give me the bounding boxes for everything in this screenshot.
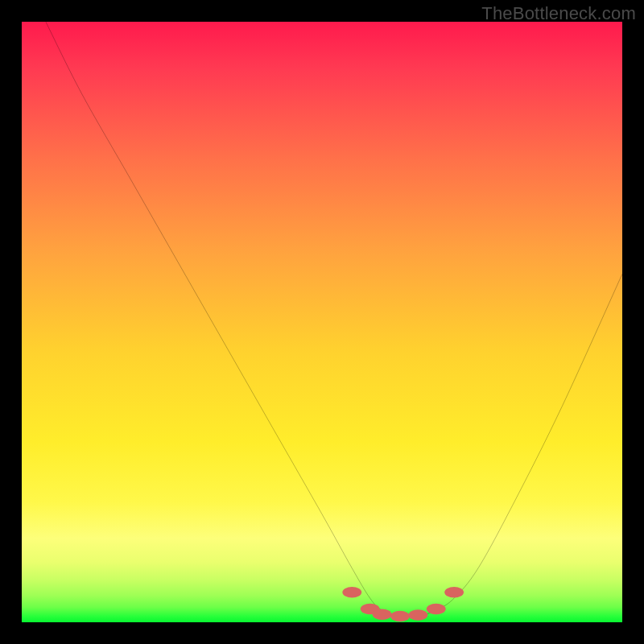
chart-frame: TheBottleneck.com: [0, 0, 644, 644]
optimal-range-marker: [408, 609, 427, 620]
optimal-range-marker: [444, 587, 464, 597]
bottleneck-curve: [46, 22, 622, 617]
optimal-range-marker: [342, 587, 361, 597]
chart-svg: [22, 22, 622, 622]
optimal-range-markers: [342, 587, 464, 621]
chart-plot-area: [22, 22, 622, 622]
optimal-range-marker: [373, 609, 392, 620]
optimal-range-marker: [427, 604, 446, 614]
optimal-range-marker: [390, 611, 410, 621]
